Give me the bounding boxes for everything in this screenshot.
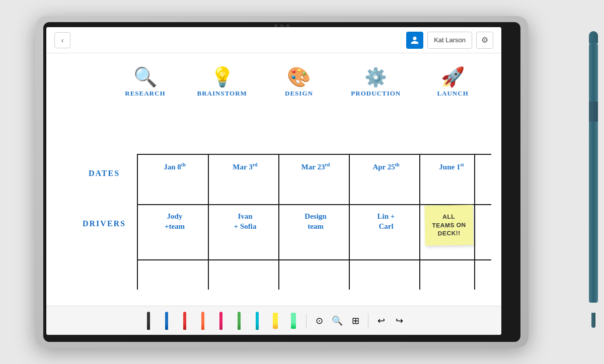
date-production-cell: Apr 25th [353, 161, 419, 172]
grid-hline-top [137, 154, 491, 155]
pen-black-tool[interactable] [141, 311, 156, 330]
pen-teal-tool[interactable] [250, 311, 265, 330]
stage-launch: 🚀 LAUNCH [423, 67, 483, 98]
pen-orange-tool[interactable] [195, 311, 210, 330]
date-launch-cell: June 1st [424, 161, 479, 172]
grid-vline-6 [474, 154, 475, 290]
stage-production: ⚙️ PRODUCTION [346, 68, 406, 98]
device-wrapper: ‹ Kat Larson ⚙ 🔍 RESE [35, 16, 569, 348]
user-name-button[interactable]: Kat Larson [427, 32, 472, 49]
toolbar-separator-1 [306, 313, 307, 328]
pen-green-tool[interactable] [232, 311, 247, 330]
launch-icon: 🚀 [441, 67, 465, 86]
add-tool[interactable]: ⊞ [348, 311, 363, 330]
research-icon: 🔍 [133, 67, 157, 86]
grid-vline-4 [349, 154, 350, 290]
stage-design: 🎨 DESIGN [269, 67, 329, 98]
pen-teal-icon [256, 312, 259, 330]
date-research-cell: Jan 8th [142, 161, 207, 172]
dates-row-label: DATES [77, 169, 132, 178]
brainstorm-icon: 💡 [210, 67, 234, 86]
back-button[interactable]: ‹ [54, 32, 70, 48]
stage-brainstorm: 💡 BRAINSTORM [192, 67, 252, 98]
brainstorm-label: BRAINSTORM [197, 89, 247, 98]
pen-pink-tool[interactable] [213, 311, 229, 330]
stages-row: 🔍 RESEARCH 💡 BRAINSTORM 🎨 DESIGN ⚙️ PROD… [107, 67, 491, 98]
driver-design-cell: Designteam [283, 212, 348, 231]
toolbar-separator-2 [368, 313, 368, 328]
stage-research: 🔍 RESEARCH [115, 67, 175, 98]
toolbar: ⊙ 🔍 ⊞ ↩ ↪ [46, 306, 501, 335]
marker-yellow-icon [273, 313, 278, 329]
header-bar: ‹ Kat Larson ⚙ [46, 27, 501, 53]
undo-tool[interactable]: ↩ [373, 311, 389, 330]
user-avatar-button[interactable] [406, 32, 423, 49]
lasso-tool[interactable]: ⊙ [312, 311, 327, 330]
sticky-note: ALL TEAMS ON DECK!! [424, 205, 473, 246]
date-brainstorm-cell: Mar 3rd [212, 161, 278, 172]
grid-vline-5 [419, 154, 420, 290]
pen-orange-icon [201, 312, 204, 330]
production-icon: ⚙️ [364, 68, 387, 86]
design-label: DESIGN [285, 89, 313, 98]
pen-green-icon [238, 312, 241, 330]
drivers-row-label: DRIVERS [77, 219, 132, 228]
grid-vline-1 [137, 154, 138, 290]
date-design-cell: Mar 23rd [283, 161, 348, 172]
sticky-note-text: ALL TEAMS ON DECK!! [431, 212, 468, 238]
search-tool[interactable]: 🔍 [330, 311, 345, 330]
marker-green-tool[interactable] [286, 311, 301, 330]
user-icon [410, 36, 419, 45]
pen-black-icon [147, 312, 150, 330]
whiteboard-content: 🔍 RESEARCH 💡 BRAINSTORM 🎨 DESIGN ⚙️ PROD… [46, 53, 501, 305]
grid-vline-3 [278, 154, 279, 290]
design-icon: 🎨 [287, 67, 311, 86]
driver-production-cell: Lin +Carl [353, 212, 419, 231]
stylus-body [589, 41, 598, 303]
pen-red-tool[interactable] [177, 311, 192, 330]
tablet-screen: ‹ Kat Larson ⚙ 🔍 RESE [46, 27, 501, 335]
grid-table: DATES DRIVERS Jan 8th Mar 3rd Mar 23rd A… [77, 124, 491, 295]
stylus [588, 31, 599, 328]
pen-pink-icon [219, 312, 222, 330]
settings-button[interactable]: ⚙ [476, 32, 493, 49]
marker-green-icon [291, 313, 296, 329]
stylus-tip [591, 313, 595, 328]
production-label: PRODUCTION [351, 89, 401, 98]
pen-red-icon [183, 312, 186, 330]
grid-hline-bot [137, 259, 491, 260]
grid-vline-2 [208, 154, 209, 290]
pen-blue-icon [165, 312, 168, 330]
launch-label: LAUNCH [437, 89, 468, 98]
marker-yellow-tool[interactable] [268, 311, 283, 330]
redo-tool[interactable]: ↪ [392, 311, 407, 330]
driver-research-cell: Jody+team [142, 212, 207, 231]
stylus-button [589, 102, 598, 122]
tablet-body: ‹ Kat Larson ⚙ 🔍 RESE [35, 16, 528, 348]
pen-blue-tool[interactable] [159, 311, 174, 330]
driver-brainstorm-cell: Ivan+ Sofia [212, 212, 278, 231]
header-right: Kat Larson ⚙ [406, 32, 493, 49]
research-label: RESEARCH [125, 89, 165, 98]
